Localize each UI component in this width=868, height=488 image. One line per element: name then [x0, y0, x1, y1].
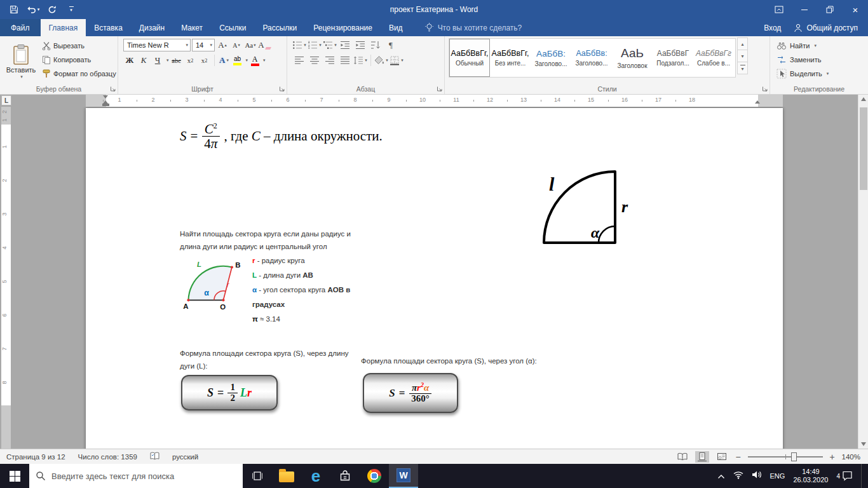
close-button[interactable]: ×	[843, 0, 868, 19]
document-page[interactable]: S = C2 4π , где C – длина окружности. l …	[86, 108, 783, 449]
word-taskbar-icon[interactable]: W	[389, 464, 418, 488]
replace-button[interactable]: Заменить	[776, 53, 821, 66]
styles-scroll-up-button[interactable]: ▴	[737, 37, 748, 50]
styles-scroll-down-button[interactable]: ▾	[737, 50, 748, 62]
language-indicator[interactable]: русский	[172, 453, 198, 461]
proofing-status[interactable]	[150, 452, 159, 461]
hidden-icons-button[interactable]	[717, 470, 725, 482]
show-formatting-marks-button[interactable]: ¶	[384, 39, 398, 51]
scroll-up-arrow[interactable]	[861, 97, 866, 101]
style-card-3[interactable]: АаБбВв:Заголово...	[571, 39, 612, 77]
justify-button[interactable]	[338, 54, 352, 67]
clipboard-dialog-launcher[interactable]	[110, 86, 116, 92]
paste-button[interactable]: Вставить ▾	[4, 38, 38, 85]
shrink-font-button[interactable]: А▾	[230, 39, 243, 51]
scrollbar-thumb[interactable]	[860, 107, 867, 190]
start-button[interactable]	[0, 464, 29, 488]
sector-diagram[interactable]: A O B L r α	[182, 259, 248, 312]
tell-me-box[interactable]: Что вы хотите сделать?	[425, 19, 522, 36]
borders-button[interactable]: ▾	[390, 54, 403, 67]
styles-more-button[interactable]: ▾	[737, 62, 748, 74]
clear-formatting-button[interactable]: А	[258, 39, 271, 51]
search-input[interactable]	[51, 471, 236, 481]
ribbon-tab-2[interactable]: Дизайн	[131, 19, 173, 36]
text-effects-button[interactable]: А▾	[218, 54, 231, 67]
highlight-caret[interactable]: ▾	[246, 58, 248, 63]
multilevel-list-button[interactable]: ▾	[323, 39, 337, 51]
left-indent-marker[interactable]	[102, 104, 109, 106]
action-center-button[interactable]: 4	[836, 471, 853, 481]
chrome-icon[interactable]	[360, 464, 389, 488]
font-size-select[interactable]: 14▾	[192, 39, 215, 51]
web-layout-button[interactable]	[715, 451, 729, 463]
formula2-caption[interactable]: Формула площади сектора круга (S), через…	[361, 357, 537, 365]
decrease-indent-button[interactable]	[338, 39, 352, 51]
italic-button[interactable]: К	[137, 54, 150, 67]
select-button[interactable]: Выделить▾	[776, 67, 829, 80]
subscript-button[interactable]: x2	[184, 54, 197, 67]
horizontal-ruler[interactable]: L 123456789101112131415161718	[0, 95, 858, 107]
zoom-in-button[interactable]: +	[829, 452, 836, 462]
zoom-out-button[interactable]: −	[735, 452, 742, 462]
word-count[interactable]: Число слов: 1359	[78, 453, 137, 461]
tab-selector[interactable]: L	[1, 95, 11, 105]
ribbon-tab-7[interactable]: Вид	[381, 19, 411, 36]
ribbon-tab-5[interactable]: Рассылки	[254, 19, 305, 36]
style-card-0[interactable]: АаБбВвГг,Обычный	[449, 39, 490, 77]
read-mode-button[interactable]	[675, 451, 689, 463]
formula-box-angle[interactable]: S = πr2α 360°	[363, 373, 458, 413]
underline-button[interactable]: Ч	[151, 54, 164, 67]
formula-box-arc-length[interactable]: S = 1 2 Lr	[181, 375, 278, 410]
style-card-1[interactable]: АаБбВвГг,Без инте...	[490, 39, 531, 77]
zoom-slider[interactable]	[748, 452, 823, 462]
customize-quick-access-button[interactable]: ▾	[64, 2, 79, 17]
store-icon[interactable]	[330, 464, 360, 488]
taskbar-search[interactable]	[29, 464, 243, 488]
align-left-button[interactable]	[292, 54, 306, 67]
share-button[interactable]: Общий доступ	[794, 24, 858, 32]
font-color-caret[interactable]: ▾	[263, 58, 266, 63]
right-indent-marker[interactable]	[755, 100, 760, 104]
style-card-5[interactable]: АаБбВвГПодзагол...	[653, 39, 693, 77]
sector-drawing[interactable]: l r α	[540, 166, 632, 255]
ribbon-tab-6[interactable]: Рецензирование	[305, 19, 381, 36]
ribbon-tab-3[interactable]: Макет	[173, 19, 211, 36]
save-button[interactable]	[6, 2, 22, 17]
styles-dialog-launcher[interactable]	[762, 86, 768, 92]
show-desktop-button[interactable]	[861, 464, 864, 488]
font-name-select[interactable]: Times New R▾	[123, 39, 191, 51]
restore-button[interactable]	[817, 0, 843, 19]
font-color-button[interactable]: А	[249, 54, 261, 67]
strikethrough-button[interactable]: abc	[170, 54, 183, 67]
tab-file[interactable]: Файл	[0, 19, 41, 36]
align-center-button[interactable]	[308, 54, 322, 67]
task-view-button[interactable]	[243, 464, 272, 488]
cut-button[interactable]: Вырезать	[39, 39, 119, 52]
zoom-level[interactable]: 140%	[842, 453, 860, 461]
undo-button[interactable]: ▾	[25, 2, 41, 17]
page-indicator[interactable]: Страница 9 из 12	[6, 453, 65, 461]
find-button[interactable]: Найти▾	[776, 39, 817, 52]
ribbon-tab-4[interactable]: Ссылки	[211, 19, 254, 36]
increase-indent-button[interactable]	[353, 39, 367, 51]
highlight-color-button[interactable]: ab	[232, 54, 243, 67]
format-painter-button[interactable]: Формат по образцу	[39, 67, 119, 80]
volume-icon[interactable]	[752, 470, 762, 482]
sort-button[interactable]	[369, 39, 383, 51]
first-line-indent-marker[interactable]	[103, 95, 108, 98]
shading-button[interactable]: ▾	[374, 54, 388, 67]
zoom-slider-thumb[interactable]	[791, 452, 797, 461]
scroll-down-arrow[interactable]	[861, 442, 866, 446]
bullets-button[interactable]: ▾	[292, 39, 306, 51]
font-dialog-launcher[interactable]	[279, 86, 285, 92]
network-icon[interactable]	[733, 470, 743, 482]
edge-icon[interactable]: e	[301, 464, 330, 488]
style-card-6[interactable]: АаБбВвГгСлабое в...	[693, 39, 734, 77]
circle-area-formula[interactable]: S = C2 4π , где C – длина окружности.	[180, 122, 383, 151]
taskbar-clock[interactable]: 14:49 26.03.2020	[793, 468, 828, 484]
file-explorer-icon[interactable]	[272, 464, 301, 488]
ribbon-tab-0[interactable]: Главная	[41, 19, 86, 36]
minimize-button[interactable]	[792, 0, 817, 19]
superscript-button[interactable]: x2	[198, 54, 211, 67]
legend[interactable]: r - радиус кругаL - длина дуги ABα - уго…	[252, 256, 360, 329]
